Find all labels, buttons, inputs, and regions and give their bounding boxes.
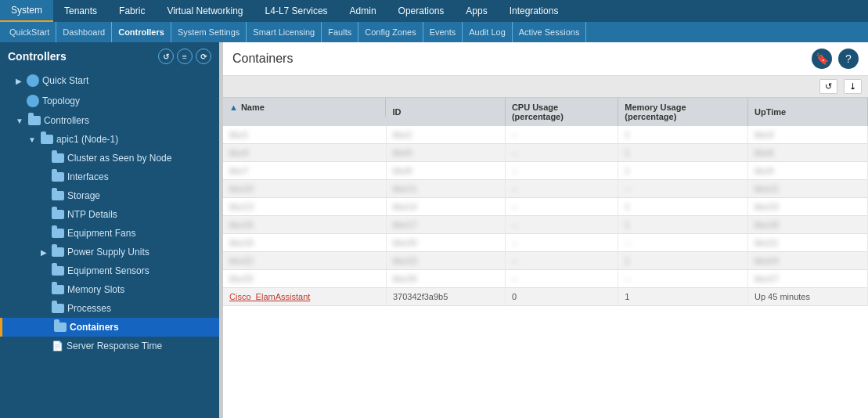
nav-integrations[interactable]: Integrations (499, 0, 570, 22)
cell-memory: 1 (618, 126, 748, 144)
sidebar-item-storage[interactable]: Storage (0, 186, 219, 205)
cell-uptime: blur6 (748, 144, 868, 162)
folder-icon (52, 285, 64, 294)
sidebar-item-label: Controllers (44, 115, 89, 126)
main-layout: Controllers ↺ ≡ ⟳ ▶ Quick Start Topology… (0, 42, 868, 418)
sidebar-item-interfaces[interactable]: Interfaces (0, 168, 219, 186)
sidebar-item-equipment-fans[interactable]: Equipment Fans (0, 224, 219, 243)
sidebar-item-topology[interactable]: Topology (0, 91, 219, 111)
sidebar-item-ntp-details[interactable]: NTP Details (0, 205, 219, 224)
table-row: blur13blur14--1blur15 (223, 198, 868, 216)
cell-cpu: -- (505, 216, 618, 234)
help-icon-btn[interactable]: ? (838, 49, 859, 69)
nav2-config-zones[interactable]: Config Zones (358, 22, 423, 42)
sidebar-item-memory-slots[interactable]: Memory Slots (0, 280, 219, 299)
nav2-quickstart[interactable]: QuickStart (3, 22, 56, 42)
cell-uptime: blur9 (748, 162, 868, 180)
sidebar-item-label: Quick Start (42, 75, 88, 86)
nav2-audit-log[interactable]: Audit Log (463, 22, 512, 42)
cell-memory: -- (618, 234, 748, 252)
toolbar: ↺ ⤓ (223, 76, 868, 98)
table-container[interactable]: ▲ Name ID CPU Usage (percentage) Memory … (223, 98, 868, 418)
sidebar-header: Controllers ↺ ≡ ⟳ (0, 42, 219, 70)
sidebar-item-processes[interactable]: Processes (0, 299, 219, 318)
nav2-controllers[interactable]: Controllers (112, 22, 171, 42)
cell-name: blur10 (223, 180, 386, 198)
sidebar-item-label: Interfaces (67, 171, 109, 182)
nav-system[interactable]: System (0, 0, 53, 22)
cell-uptime: blur27 (748, 270, 868, 288)
refresh-button[interactable]: ↺ (819, 79, 837, 94)
expand-arrow-icon: ▼ (16, 117, 23, 125)
cell-memory: 1 (618, 198, 748, 216)
sidebar-item-server-response-time[interactable]: 📄 Server Response Time (0, 337, 219, 355)
nav-l4l7[interactable]: L4-L7 Services (254, 0, 339, 22)
nav2-dashboard[interactable]: Dashboard (56, 22, 112, 42)
nav-tenants[interactable]: Tenants (53, 0, 108, 22)
sidebar-item-cluster[interactable]: Cluster as Seen by Node (0, 149, 219, 168)
table-row: blur22blur23--1blur24 (223, 252, 868, 270)
folder-icon (52, 229, 64, 238)
cell-memory: 1 (618, 252, 748, 270)
col-header-memory[interactable]: Memory Usage (percentage) (618, 98, 748, 126)
cell-id: blur23 (386, 252, 505, 270)
folder-icon (28, 116, 41, 125)
cell-memory: -- (618, 270, 748, 288)
sidebar-item-power-supply-units[interactable]: ▶ Power Supply Units (0, 243, 219, 261)
sidebar-item-label: Memory Slots (67, 284, 124, 295)
sidebar-item-label: Server Response Time (67, 341, 162, 351)
table-row: blur19blur20----blur21 (223, 234, 868, 252)
nav-virtual-networking[interactable]: Virtual Networking (156, 0, 254, 22)
container-link[interactable]: Cisco_ElamAssistant (229, 292, 310, 301)
cell-cpu: -- (505, 252, 618, 270)
sidebar-item-label: Topology (42, 95, 80, 106)
nav2-smart-licensing[interactable]: Smart Licensing (247, 22, 322, 42)
cell-name: blur4 (223, 144, 386, 162)
topology-icon (27, 95, 39, 107)
cell-id: blur11 (386, 180, 505, 198)
sidebar-title: Controllers (8, 50, 67, 63)
nav2-faults[interactable]: Faults (322, 22, 358, 42)
cell-name: blur19 (223, 234, 386, 252)
nav-operations[interactable]: Operations (387, 0, 456, 22)
cell-id: blur14 (386, 198, 505, 216)
sidebar-item-apic1[interactable]: ▼ apic1 (Node-1) (0, 130, 219, 149)
sidebar-item-label: Storage (67, 190, 100, 201)
nav-admin[interactable]: Admin (339, 0, 387, 22)
cell-memory: 1 (618, 162, 748, 180)
folder-icon (52, 191, 64, 200)
cell-cpu: -- (505, 180, 618, 198)
content-title: Containers (232, 52, 293, 66)
sidebar: Controllers ↺ ≡ ⟳ ▶ Quick Start Topology… (0, 42, 219, 418)
sidebar-item-label: Containers (70, 322, 119, 333)
nav2-active-sessions[interactable]: Active Sessions (513, 22, 587, 42)
col-header-uptime[interactable]: UpTime (748, 98, 868, 126)
nav-fabric[interactable]: Fabric (108, 0, 156, 22)
sidebar-item-quick-start[interactable]: ▶ Quick Start (0, 70, 219, 91)
cell-memory: 1 (618, 288, 748, 306)
cell-memory: 1 (618, 144, 748, 162)
col-header-cpu[interactable]: CPU Usage (percentage) (505, 98, 618, 126)
cell-name[interactable]: Cisco_ElamAssistant (223, 288, 386, 306)
sort-arrow-icon: ▲ (229, 103, 238, 112)
cell-cpu: -- (505, 198, 618, 216)
cell-name: blur1 (223, 126, 386, 144)
sidebar-icon-reset[interactable]: ↺ (158, 49, 174, 64)
sidebar-item-controllers[interactable]: ▼ Controllers (0, 111, 219, 130)
cell-name: blur22 (223, 252, 386, 270)
sidebar-icon-list[interactable]: ≡ (177, 49, 193, 64)
top-nav-bar: System Tenants Fabric Virtual Networking… (0, 0, 868, 22)
nav-apps[interactable]: Apps (455, 0, 498, 22)
sidebar-icon-refresh[interactable]: ⟳ (196, 49, 211, 64)
sidebar-item-containers[interactable]: Containers (0, 318, 219, 337)
top-nav: System Tenants Fabric Virtual Networking… (0, 0, 868, 22)
cell-id: blur26 (386, 270, 505, 288)
col-header-id[interactable]: ID (386, 98, 505, 126)
bookmark-icon-btn[interactable]: 🔖 (812, 49, 832, 69)
nav2-system-settings[interactable]: System Settings (171, 22, 247, 42)
col-header-name[interactable]: ▲ Name (223, 98, 386, 117)
download-button[interactable]: ⤓ (844, 79, 862, 94)
nav2-events[interactable]: Events (423, 22, 463, 42)
containers-table: ▲ Name ID CPU Usage (percentage) Memory … (223, 98, 868, 306)
sidebar-item-equipment-sensors[interactable]: Equipment Sensors (0, 261, 219, 280)
